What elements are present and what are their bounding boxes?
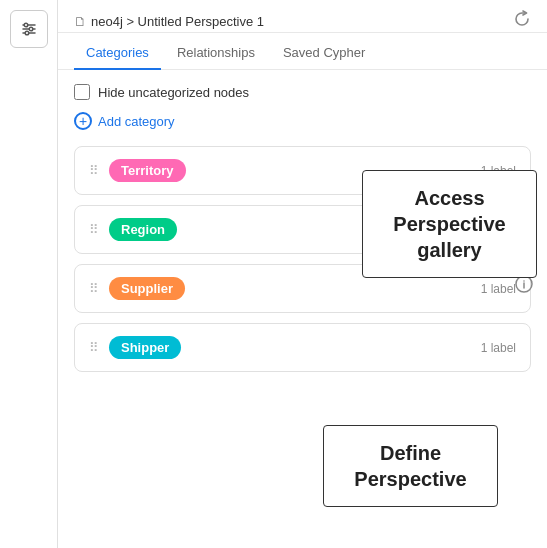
hide-uncategorized-label: Hide uncategorized nodes	[98, 85, 249, 100]
callout-access-text: Access Perspective gallery	[381, 185, 518, 263]
svg-point-3	[24, 23, 28, 27]
filter-button[interactable]	[10, 10, 48, 48]
badge-shipper: Shipper	[109, 336, 181, 359]
drag-handle-supplier[interactable]: ⠿	[89, 281, 99, 296]
drag-handle-shipper[interactable]: ⠿	[89, 340, 99, 355]
badge-region: Region	[109, 218, 177, 241]
category-card-shipper: ⠿ Shipper 1 label	[74, 323, 531, 372]
tab-relationships[interactable]: Relationships	[165, 37, 267, 70]
info-button[interactable]	[515, 275, 533, 297]
callout-define-text: Define Perspective	[342, 440, 479, 492]
badge-territory: Territory	[109, 159, 186, 182]
breadcrumb: 🗋 neo4j > Untitled Perspective 1	[74, 14, 264, 29]
badge-supplier: Supplier	[109, 277, 185, 300]
svg-point-8	[523, 280, 525, 282]
body: Hide uncategorized nodes + Add category …	[58, 70, 547, 548]
header: 🗋 neo4j > Untitled Perspective 1	[58, 0, 547, 33]
callout-access-gallery: Access Perspective gallery	[362, 170, 537, 278]
tab-saved-cypher[interactable]: Saved Cypher	[271, 37, 377, 70]
callout-define-perspective: Define Perspective	[323, 425, 498, 507]
sliders-icon	[20, 20, 38, 38]
add-category-row[interactable]: + Add category	[74, 112, 531, 130]
file-icon: 🗋	[74, 14, 87, 29]
label-count-supplier: 1 label	[481, 282, 516, 296]
tabs-bar: Categories Relationships Saved Cypher	[58, 37, 547, 70]
add-circle-icon: +	[74, 112, 92, 130]
sidebar	[0, 0, 58, 548]
drag-handle-region[interactable]: ⠿	[89, 222, 99, 237]
hide-uncategorized-row: Hide uncategorized nodes	[74, 84, 531, 100]
hide-uncategorized-checkbox[interactable]	[74, 84, 90, 100]
tab-categories[interactable]: Categories	[74, 37, 161, 70]
label-count-shipper: 1 label	[481, 341, 516, 355]
breadcrumb-text: neo4j > Untitled Perspective 1	[91, 14, 264, 29]
refresh-button[interactable]	[513, 10, 531, 32]
svg-point-5	[25, 31, 29, 35]
drag-handle-territory[interactable]: ⠿	[89, 163, 99, 178]
main-panel: 🗋 neo4j > Untitled Perspective 1 Categor…	[58, 0, 547, 548]
svg-point-4	[29, 27, 33, 31]
add-category-label: Add category	[98, 114, 175, 129]
refresh-icon	[513, 10, 531, 28]
